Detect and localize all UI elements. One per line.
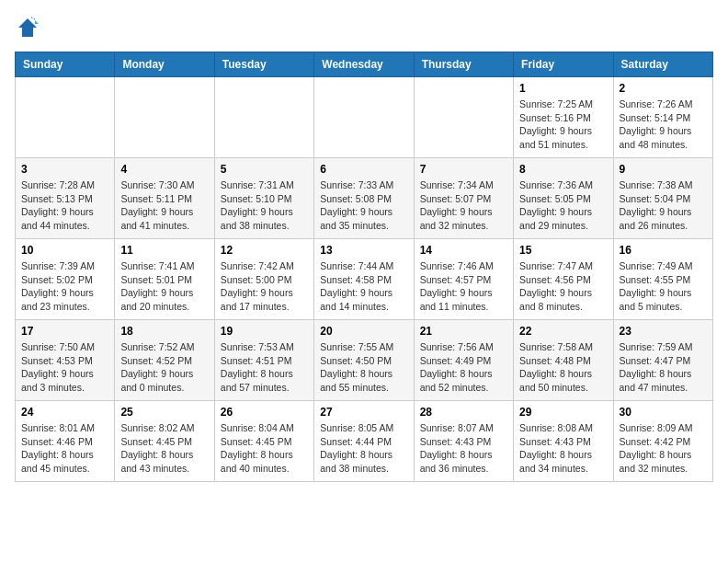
svg-marker-0: [18, 18, 37, 37]
calendar-cell: 26Sunrise: 8:04 AMSunset: 4:45 PMDayligh…: [214, 401, 313, 482]
calendar-cell: 23Sunrise: 7:59 AMSunset: 4:47 PMDayligh…: [613, 320, 712, 401]
week-row: 3Sunrise: 7:28 AMSunset: 5:13 PMDaylight…: [16, 158, 713, 239]
day-number: 27: [320, 406, 407, 419]
day-header: Wednesday: [314, 52, 414, 77]
day-info: Sunrise: 7:47 AMSunset: 4:56 PMDaylight:…: [519, 259, 607, 314]
day-header: Tuesday: [214, 52, 313, 77]
calendar-cell: 17Sunrise: 7:50 AMSunset: 4:53 PMDayligh…: [16, 320, 115, 401]
day-info: Sunrise: 7:49 AMSunset: 4:55 PMDaylight:…: [620, 259, 707, 314]
logo: [15, 15, 46, 40]
day-info: Sunrise: 7:58 AMSunset: 4:48 PMDaylight:…: [519, 340, 607, 395]
day-info: Sunrise: 7:26 AMSunset: 5:14 PMDaylight:…: [620, 98, 707, 152]
calendar-cell: 8Sunrise: 7:36 AMSunset: 5:05 PMDaylight…: [514, 158, 613, 239]
day-number: 8: [519, 163, 607, 176]
day-info: Sunrise: 8:07 AMSunset: 4:43 PMDaylight:…: [420, 421, 507, 476]
day-number: 13: [320, 244, 407, 257]
day-number: 5: [221, 163, 308, 176]
day-info: Sunrise: 7:33 AMSunset: 5:08 PMDaylight:…: [320, 178, 407, 233]
day-number: 19: [221, 325, 308, 338]
day-info: Sunrise: 7:39 AMSunset: 5:02 PMDaylight:…: [21, 259, 108, 314]
day-number: 4: [120, 163, 208, 176]
page-header: [15, 15, 713, 40]
logo-icon: [15, 15, 40, 40]
day-number: 11: [120, 244, 208, 257]
calendar-cell: 9Sunrise: 7:38 AMSunset: 5:04 PMDaylight…: [613, 158, 712, 239]
day-number: 30: [620, 406, 707, 419]
svg-marker-1: [31, 17, 39, 24]
calendar-cell: [414, 77, 513, 158]
day-info: Sunrise: 7:50 AMSunset: 4:53 PMDaylight:…: [21, 340, 108, 395]
day-number: 29: [519, 406, 607, 419]
calendar-cell: 19Sunrise: 7:53 AMSunset: 4:51 PMDayligh…: [214, 320, 313, 401]
day-header: Thursday: [414, 52, 513, 77]
day-info: Sunrise: 7:41 AMSunset: 5:01 PMDaylight:…: [120, 259, 208, 314]
week-row: 10Sunrise: 7:39 AMSunset: 5:02 PMDayligh…: [16, 239, 713, 320]
day-info: Sunrise: 7:28 AMSunset: 5:13 PMDaylight:…: [21, 178, 108, 233]
day-number: 6: [320, 163, 407, 176]
day-info: Sunrise: 7:25 AMSunset: 5:16 PMDaylight:…: [519, 98, 607, 152]
day-info: Sunrise: 7:56 AMSunset: 4:49 PMDaylight:…: [420, 340, 507, 395]
calendar-cell: 4Sunrise: 7:30 AMSunset: 5:11 PMDaylight…: [115, 158, 214, 239]
calendar-cell: 7Sunrise: 7:34 AMSunset: 5:07 PMDaylight…: [414, 158, 513, 239]
calendar-cell: 16Sunrise: 7:49 AMSunset: 4:55 PMDayligh…: [613, 239, 712, 320]
day-number: 3: [21, 163, 108, 176]
day-info: Sunrise: 7:34 AMSunset: 5:07 PMDaylight:…: [420, 178, 507, 233]
calendar-cell: 6Sunrise: 7:33 AMSunset: 5:08 PMDaylight…: [314, 158, 414, 239]
day-info: Sunrise: 7:46 AMSunset: 4:57 PMDaylight:…: [420, 259, 507, 314]
calendar-cell: 12Sunrise: 7:42 AMSunset: 5:00 PMDayligh…: [214, 239, 313, 320]
calendar-cell: 2Sunrise: 7:26 AMSunset: 5:14 PMDaylight…: [613, 77, 712, 158]
day-info: Sunrise: 7:31 AMSunset: 5:10 PMDaylight:…: [221, 178, 308, 233]
calendar-cell: [115, 77, 214, 158]
day-info: Sunrise: 7:42 AMSunset: 5:00 PMDaylight:…: [221, 259, 308, 314]
day-number: 15: [519, 244, 607, 257]
day-number: 17: [21, 325, 108, 338]
day-info: Sunrise: 7:52 AMSunset: 4:52 PMDaylight:…: [120, 340, 208, 395]
day-number: 12: [221, 244, 308, 257]
day-number: 22: [519, 325, 607, 338]
calendar-cell: 20Sunrise: 7:55 AMSunset: 4:50 PMDayligh…: [314, 320, 414, 401]
day-info: Sunrise: 7:53 AMSunset: 4:51 PMDaylight:…: [221, 340, 308, 395]
calendar-cell: 18Sunrise: 7:52 AMSunset: 4:52 PMDayligh…: [115, 320, 214, 401]
calendar-cell: 13Sunrise: 7:44 AMSunset: 4:58 PMDayligh…: [314, 239, 414, 320]
day-header: Sunday: [16, 52, 115, 77]
day-info: Sunrise: 7:38 AMSunset: 5:04 PMDaylight:…: [620, 178, 707, 233]
calendar-cell: 21Sunrise: 7:56 AMSunset: 4:49 PMDayligh…: [414, 320, 513, 401]
day-info: Sunrise: 7:55 AMSunset: 4:50 PMDaylight:…: [320, 340, 407, 395]
day-number: 28: [420, 406, 507, 419]
week-row: 1Sunrise: 7:25 AMSunset: 5:16 PMDaylight…: [16, 77, 713, 158]
day-info: Sunrise: 7:36 AMSunset: 5:05 PMDaylight:…: [519, 178, 607, 233]
day-number: 1: [519, 82, 607, 95]
day-header: Monday: [115, 52, 214, 77]
day-info: Sunrise: 7:44 AMSunset: 4:58 PMDaylight:…: [320, 259, 407, 314]
calendar-cell: 22Sunrise: 7:58 AMSunset: 4:48 PMDayligh…: [514, 320, 613, 401]
calendar-cell: [314, 77, 414, 158]
calendar-cell: 25Sunrise: 8:02 AMSunset: 4:45 PMDayligh…: [115, 401, 214, 482]
day-number: 9: [620, 163, 707, 176]
day-number: 21: [420, 325, 507, 338]
day-info: Sunrise: 8:04 AMSunset: 4:45 PMDaylight:…: [221, 421, 308, 476]
day-number: 2: [620, 82, 707, 95]
day-number: 25: [120, 406, 208, 419]
day-number: 10: [21, 244, 108, 257]
day-info: Sunrise: 8:05 AMSunset: 4:44 PMDaylight:…: [320, 421, 407, 476]
day-info: Sunrise: 8:08 AMSunset: 4:43 PMDaylight:…: [519, 421, 607, 476]
calendar-cell: 1Sunrise: 7:25 AMSunset: 5:16 PMDaylight…: [514, 77, 613, 158]
day-number: 26: [221, 406, 308, 419]
day-number: 23: [620, 325, 707, 338]
calendar-cell: 29Sunrise: 8:08 AMSunset: 4:43 PMDayligh…: [514, 401, 613, 482]
calendar-cell: 5Sunrise: 7:31 AMSunset: 5:10 PMDaylight…: [214, 158, 313, 239]
calendar-cell: [214, 77, 313, 158]
calendar-cell: 30Sunrise: 8:09 AMSunset: 4:42 PMDayligh…: [613, 401, 712, 482]
day-number: 16: [620, 244, 707, 257]
calendar-cell: 14Sunrise: 7:46 AMSunset: 4:57 PMDayligh…: [414, 239, 513, 320]
calendar-cell: 28Sunrise: 8:07 AMSunset: 4:43 PMDayligh…: [414, 401, 513, 482]
day-info: Sunrise: 8:01 AMSunset: 4:46 PMDaylight:…: [21, 421, 108, 476]
calendar: SundayMondayTuesdayWednesdayThursdayFrid…: [15, 52, 713, 482]
calendar-cell: 11Sunrise: 7:41 AMSunset: 5:01 PMDayligh…: [115, 239, 214, 320]
day-number: 24: [21, 406, 108, 419]
header-row: SundayMondayTuesdayWednesdayThursdayFrid…: [16, 52, 713, 77]
day-number: 7: [420, 163, 507, 176]
day-number: 14: [420, 244, 507, 257]
day-info: Sunrise: 8:02 AMSunset: 4:45 PMDaylight:…: [120, 421, 208, 476]
calendar-cell: 15Sunrise: 7:47 AMSunset: 4:56 PMDayligh…: [514, 239, 613, 320]
